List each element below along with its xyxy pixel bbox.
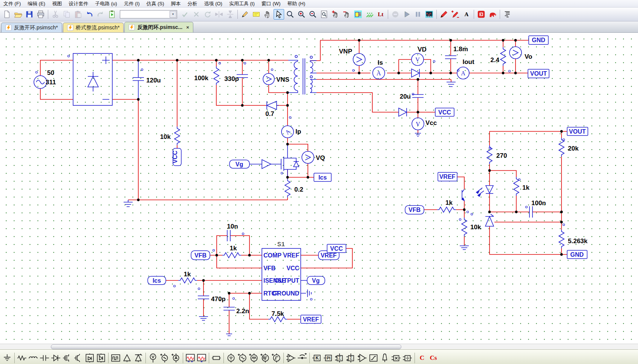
zoom-out-point-button[interactable] [341,9,352,20]
element-red-button[interactable] [476,9,487,20]
tag-gnd-fb[interactable]: GND [567,250,587,259]
paste-button[interactable] [73,9,83,20]
tag-gnd-top[interactable]: GND [529,36,548,44]
tab-close-icon[interactable]: × [186,24,189,30]
zoom-in-button[interactable] [296,9,307,20]
curve-pen-button[interactable] [439,9,449,20]
diode-module-button[interactable] [95,352,107,364]
stop-sim-button[interactable] [390,9,401,20]
curve-pen-pm-button[interactable] [450,9,461,20]
pi-block-button[interactable]: PI [323,352,334,364]
opamp-button[interactable] [285,352,297,364]
quick-search-combo[interactable]: ▾ [120,10,177,18]
voltage-source-probe-button[interactable] [159,352,170,364]
redo-button[interactable] [95,9,106,20]
square-source-button[interactable] [259,352,271,364]
tag-vg-out[interactable]: Vg [307,276,325,285]
run-script-button[interactable] [107,9,117,20]
tag-vfb-opto[interactable]: VFB [405,206,424,214]
menu-item-10[interactable]: 实用工具 (t) [226,0,258,8]
scope-1ch-button[interactable] [196,352,207,364]
cancel-x-button[interactable] [191,9,202,20]
ground-button[interactable] [2,352,13,364]
step-source-button[interactable] [271,352,282,364]
summer-mp-button[interactable]: Σ [345,352,356,364]
open-file-button[interactable] [13,9,23,20]
capacitor-button[interactable] [39,352,50,364]
run-sim-button[interactable] [401,9,412,20]
tab-flyback-closed-loop[interactable]: 反激闭环.psimsc... × [124,22,193,32]
tag-vout-fb[interactable]: VOUT [567,127,588,136]
cut-button[interactable] [50,9,61,20]
menu-item-4[interactable]: 子电路 (u) [92,0,121,8]
summer-pm-button[interactable]: Σ [334,352,345,364]
menu-item-1[interactable]: 编辑 (E) [24,0,49,8]
inductor-button[interactable] [28,352,39,364]
alarm-button[interactable] [379,352,390,364]
subcircuit-button[interactable] [353,9,363,20]
multiplier-button[interactable] [390,352,402,364]
divider-button[interactable] [402,352,413,364]
label-tag-button[interactable] [251,9,262,20]
chevron-down-icon[interactable]: ▾ [170,11,176,18]
two-terminal-block-button[interactable] [211,352,222,364]
menu-item-3[interactable]: 设计套件 [65,0,92,8]
menu-item-11[interactable]: 窗口 (W) [258,0,284,8]
psim-elephant-button[interactable] [487,9,498,20]
limiter-button[interactable] [368,352,379,364]
print-button[interactable] [35,9,46,20]
menu-item-9[interactable]: 选项 (O) [201,0,226,8]
menu-item-5[interactable]: 元件 (I) [121,0,143,8]
menu-item-6[interactable]: 仿真 (S) [143,0,168,8]
cs-script-button[interactable]: Cs [428,352,439,364]
tag-vg-drive[interactable]: Vg [229,160,249,168]
current-sensor-button[interactable] [297,352,308,364]
text-tool-button[interactable]: A [461,9,472,20]
thyristor-module-button[interactable] [84,352,95,364]
wires[interactable] [40,40,567,334]
wire-green-button[interactable] [364,9,375,20]
combo-input[interactable] [120,11,170,18]
horizontal-scrollbar[interactable] [0,344,638,349]
voltage-probe-button[interactable] [147,352,159,364]
scrollbar-thumb[interactable] [51,344,401,349]
gain-block-button[interactable]: K [311,352,323,364]
triac-button[interactable] [133,352,144,364]
wire-pencil-button[interactable] [240,9,250,20]
tag-vcc-start[interactable]: VCC [172,148,181,166]
mosfet-button[interactable] [61,352,73,364]
new-file-button[interactable] [2,9,12,20]
tag-vcc-aux[interactable]: VCC [435,108,454,116]
resistor-button[interactable] [16,352,28,364]
file-list-button[interactable] [502,9,513,20]
tag-vref-opto[interactable]: VREF [438,172,457,181]
tag-vout-top[interactable]: VOUT [528,69,549,78]
menu-item-0[interactable]: 文件 (F) [0,0,24,8]
zoom-out-button[interactable] [308,9,318,20]
copy-button[interactable] [61,9,72,20]
zener-button[interactable] [121,352,133,364]
tag-vcc-pin[interactable]: VCC [327,244,346,253]
tab-bridge-rectifier[interactable]: 桥式整流.psimsch* [63,23,124,32]
select-cursor-button[interactable] [274,9,284,20]
sine-source-button[interactable] [237,352,248,364]
zoom-fit-button[interactable] [319,9,329,20]
save-file-button[interactable] [24,9,35,20]
flip-vertical-button[interactable] [225,9,236,20]
diode-button[interactable] [50,352,61,364]
tag-vfb-comp[interactable]: VFB [191,251,210,260]
undo-button[interactable] [84,9,95,20]
c-script-button[interactable]: C [416,352,428,364]
schematic-canvas[interactable]: 50 311 120u 100k 330p 0.7 10k 1.8m 2.4 2… [0,33,638,344]
tag-ics-drain[interactable]: Ics [314,173,331,181]
rotate-button[interactable] [202,9,213,20]
pause-sim-button[interactable] [413,9,423,20]
pan-hand-button[interactable] [262,9,273,20]
comparator-button[interactable] [356,352,368,364]
menu-item-8[interactable]: 分析 [184,0,201,8]
scope-2ch-button[interactable] [185,352,196,364]
igbt-button[interactable] [73,352,84,364]
apply-check-button[interactable] [180,9,190,20]
tag-ics-in[interactable]: Ics [148,276,166,285]
tab-flyback-open-loop[interactable]: 反激开环.psimsch* [1,23,62,32]
